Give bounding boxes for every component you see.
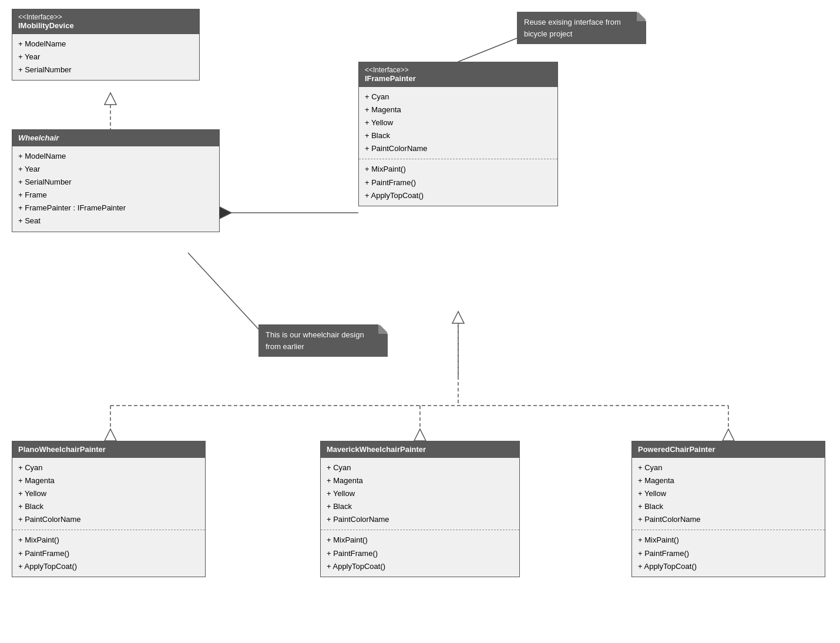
wheelchair-attr-5: + FramePainter : IFramePainter <box>18 202 213 215</box>
maverick-attr-5: + PaintColorName <box>327 513 513 526</box>
diagram-canvas: <<Interface>> IMobilityDevice + ModelNam… <box>0 0 840 643</box>
maverick-attr-2: + Magenta <box>327 474 513 487</box>
imobility-classname: IMobilityDevice <box>18 21 193 30</box>
reuse-note-text: Reuse exising interface from bicycle pro… <box>524 18 621 38</box>
imobility-attributes: + ModelName + Year + SerialNumber <box>12 34 199 80</box>
wheelchair-attr-1: + ModelName <box>18 150 213 163</box>
svg-marker-10 <box>414 429 426 441</box>
imobility-attr-1: + ModelName <box>18 38 193 51</box>
wheelchair-attr-2: + Year <box>18 163 213 176</box>
reuse-note: Reuse exising interface from bicycle pro… <box>517 12 646 44</box>
wheelchair-header: Wheelchair <box>12 130 219 146</box>
powered-class: PoweredChairPainter + Cyan + Magenta + Y… <box>631 441 825 577</box>
plano-method-1: + MixPaint() <box>18 534 199 547</box>
imobility-header: <<Interface>> IMobilityDevice <box>12 9 199 34</box>
iframepainter-attributes: + Cyan + Magenta + Yellow + Black + Pain… <box>359 87 557 159</box>
powered-attr-5: + PaintColorName <box>638 513 819 526</box>
powered-header: PoweredChairPainter <box>632 441 825 458</box>
plano-header: PlanoWheelchairPainter <box>12 441 205 458</box>
iframepainter-attr-3: + Yellow <box>365 116 552 129</box>
powered-attributes: + Cyan + Magenta + Yellow + Black + Pain… <box>632 458 825 530</box>
imobility-attr-2: + Year <box>18 51 193 63</box>
iframepainter-attr-5: + PaintColorName <box>365 142 552 155</box>
powered-classname: PoweredChairPainter <box>638 445 819 454</box>
iframepainter-attr-2: + Magenta <box>365 103 552 116</box>
iframepainter-methods: + MixPaint() + PaintFrame() + ApplyTopCo… <box>359 159 557 205</box>
iframepainter-method-3: + ApplyTopCoat() <box>365 189 552 202</box>
plano-classname: PlanoWheelchairPainter <box>18 445 199 454</box>
svg-marker-15 <box>452 312 464 323</box>
svg-marker-8 <box>105 429 116 441</box>
powered-attr-3: + Yellow <box>638 487 819 500</box>
maverick-method-1: + MixPaint() <box>327 534 513 547</box>
powered-attr-1: + Cyan <box>638 461 819 474</box>
powered-methods: + MixPaint() + PaintFrame() + ApplyTopCo… <box>632 530 825 576</box>
plano-attr-4: + Black <box>18 500 199 513</box>
maverick-methods: + MixPaint() + PaintFrame() + ApplyTopCo… <box>321 530 519 576</box>
wheelchair-classname: Wheelchair <box>18 133 213 142</box>
imobility-attr-3: + SerialNumber <box>18 63 193 76</box>
powered-method-1: + MixPaint() <box>638 534 819 547</box>
iframepainter-method-1: + MixPaint() <box>365 163 552 176</box>
iframepainter-attr-4: + Black <box>365 129 552 142</box>
maverick-header: MaverickWheelchairPainter <box>321 441 519 458</box>
imobility-stereotype: <<Interface>> <box>18 13 193 21</box>
imobility-class: <<Interface>> IMobilityDevice + ModelNam… <box>12 9 200 81</box>
iframepainter-stereotype: <<Interface>> <box>365 66 552 74</box>
plano-attr-2: + Magenta <box>18 474 199 487</box>
wheelchair-design-note: This is our wheelchair design from earli… <box>258 324 388 357</box>
plano-method-3: + ApplyTopCoat() <box>18 560 199 573</box>
iframepainter-classname: IFramePainter <box>365 74 552 83</box>
iframepainter-attr-1: + Cyan <box>365 91 552 103</box>
plano-method-2: + PaintFrame() <box>18 547 199 560</box>
maverick-classname: MaverickWheelchairPainter <box>327 445 513 454</box>
wheelchair-attr-6: + Seat <box>18 215 213 227</box>
maverick-attributes: + Cyan + Magenta + Yellow + Black + Pain… <box>321 458 519 530</box>
plano-attr-3: + Yellow <box>18 487 199 500</box>
svg-marker-12 <box>723 429 734 441</box>
svg-marker-1 <box>105 93 116 105</box>
svg-line-4 <box>458 38 517 62</box>
wheelchair-design-text: This is our wheelchair design from earli… <box>266 330 364 351</box>
iframepainter-header: <<Interface>> IFramePainter <box>359 62 557 87</box>
maverick-attr-4: + Black <box>327 500 513 513</box>
maverick-class: MaverickWheelchairPainter + Cyan + Magen… <box>320 441 520 577</box>
plano-class: PlanoWheelchairPainter + Cyan + Magenta … <box>12 441 206 577</box>
svg-line-13 <box>188 253 258 329</box>
wheelchair-class: Wheelchair + ModelName + Year + SerialNu… <box>12 129 220 232</box>
maverick-method-2: + PaintFrame() <box>327 547 513 560</box>
wheelchair-attr-3: + SerialNumber <box>18 176 213 189</box>
plano-attr-1: + Cyan <box>18 461 199 474</box>
plano-attr-5: + PaintColorName <box>18 513 199 526</box>
powered-attr-4: + Black <box>638 500 819 513</box>
wheelchair-attributes: + ModelName + Year + SerialNumber + Fram… <box>12 146 219 232</box>
maverick-attr-1: + Cyan <box>327 461 513 474</box>
maverick-method-3: + ApplyTopCoat() <box>327 560 513 573</box>
maverick-attr-3: + Yellow <box>327 487 513 500</box>
powered-method-2: + PaintFrame() <box>638 547 819 560</box>
iframepainter-method-2: + PaintFrame() <box>365 176 552 189</box>
plano-attributes: + Cyan + Magenta + Yellow + Black + Pain… <box>12 458 205 530</box>
plano-methods: + MixPaint() + PaintFrame() + ApplyTopCo… <box>12 530 205 576</box>
iframepainter-class: <<Interface>> IFramePainter + Cyan + Mag… <box>358 62 558 206</box>
wheelchair-attr-4: + Frame <box>18 189 213 202</box>
powered-attr-2: + Magenta <box>638 474 819 487</box>
powered-method-3: + ApplyTopCoat() <box>638 560 819 573</box>
